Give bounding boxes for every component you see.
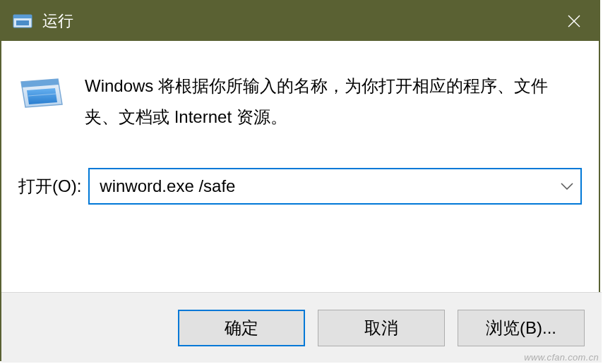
open-label: 打开(O): <box>18 175 81 198</box>
title-bar: 运行 <box>1 1 599 41</box>
dialog-footer: 确定 取消 浏览(B)... <box>1 292 602 363</box>
browse-button[interactable]: 浏览(B)... <box>458 310 585 346</box>
svg-rect-2 <box>16 20 29 25</box>
ok-button[interactable]: 确定 <box>178 310 305 346</box>
watermark-text: www.cfan.com.cn <box>524 352 599 363</box>
run-dialog-window: 运行 <box>0 0 600 361</box>
open-input[interactable] <box>88 168 582 205</box>
close-button[interactable] <box>549 1 599 41</box>
run-icon <box>18 75 65 114</box>
svg-rect-1 <box>13 15 32 18</box>
open-combobox[interactable] <box>88 168 582 205</box>
run-title-icon <box>13 13 32 30</box>
cancel-button[interactable]: 取消 <box>318 310 445 346</box>
description-text: Windows 将根据你所输入的名称，为你打开相应的程序、文件夹、文档或 Int… <box>85 71 582 133</box>
description-row: Windows 将根据你所输入的名称，为你打开相应的程序、文件夹、文档或 Int… <box>18 71 582 133</box>
open-input-row: 打开(O): <box>18 168 582 205</box>
title-text: 运行 <box>42 11 73 32</box>
dialog-content: Windows 将根据你所输入的名称，为你打开相应的程序、文件夹、文档或 Int… <box>1 41 599 205</box>
